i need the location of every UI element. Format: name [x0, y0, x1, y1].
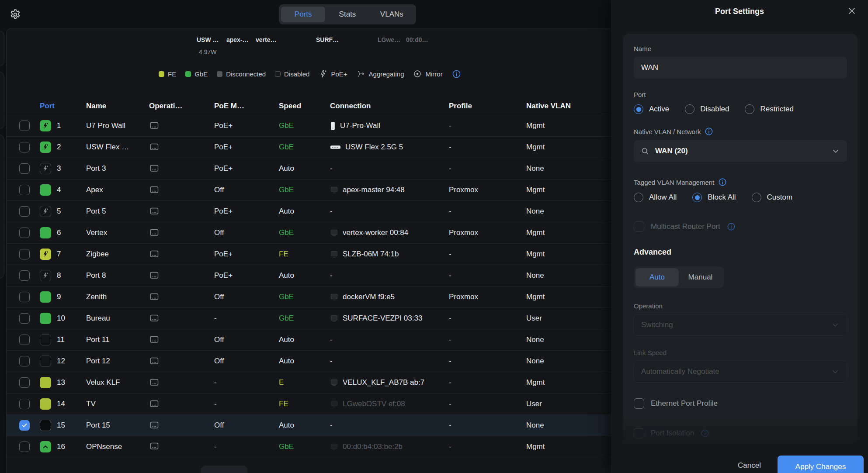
- port-number: 13: [54, 378, 86, 387]
- row-checkbox[interactable]: [19, 313, 30, 324]
- name-input[interactable]: WAN: [634, 57, 847, 79]
- port-state-radios: Active Disabled Restricted: [634, 104, 847, 114]
- poe-power-draw: 4.97W: [199, 48, 216, 55]
- poe-mode: -: [214, 378, 279, 387]
- port-status-icon-empty: [40, 356, 51, 367]
- legend-label: Disabled: [284, 70, 309, 78]
- switch-device-icon: [149, 121, 160, 131]
- column-header-name[interactable]: Name: [86, 102, 149, 110]
- radio-block-all[interactable]: Block All: [692, 193, 736, 202]
- row-checkbox[interactable]: [19, 356, 30, 366]
- poe-mode: PoE+: [214, 121, 279, 130]
- search-icon: [641, 147, 649, 155]
- operation-value: Switching: [641, 321, 825, 329]
- mode-manual[interactable]: Manual: [679, 268, 722, 287]
- port-speed: E: [279, 378, 330, 387]
- info-icon[interactable]: [452, 69, 461, 79]
- column-header-profile[interactable]: Profile: [449, 102, 526, 110]
- port-profile: Proxmox: [449, 186, 526, 194]
- port-number: 4: [54, 186, 86, 194]
- row-checkbox[interactable]: [19, 377, 30, 388]
- radio-restricted[interactable]: Restricted: [745, 104, 794, 114]
- connection-name: vertex-worker 00:84: [343, 228, 408, 237]
- radio-label: Allow All: [649, 193, 677, 202]
- row-checkbox[interactable]: [19, 420, 30, 431]
- port-settings-panel: Port Settings Name WAN Port Active Disab…: [611, 0, 868, 473]
- port-isolation-checkbox[interactable]: [634, 428, 644, 438]
- port-speed: GbE: [279, 143, 330, 152]
- info-icon[interactable]: [701, 429, 709, 438]
- cancel-button[interactable]: Cancel: [738, 461, 761, 470]
- client-device-icon: [330, 314, 338, 322]
- row-checkbox[interactable]: [19, 399, 30, 409]
- multicast-checkbox[interactable]: [634, 221, 644, 232]
- background-card-edge: [0, 72, 4, 129]
- row-checkbox[interactable]: [19, 249, 30, 259]
- legend-swatch: [185, 71, 191, 77]
- row-checkbox[interactable]: [19, 185, 30, 195]
- settings-gear-icon[interactable]: [9, 8, 22, 21]
- row-checkbox[interactable]: [19, 228, 30, 238]
- legend-swatch: [275, 71, 281, 77]
- info-icon[interactable]: [727, 222, 736, 231]
- native-vlan-select[interactable]: WAN (20): [634, 140, 847, 162]
- partial-bottom-button[interactable]: [201, 466, 247, 473]
- port-profile: -: [449, 400, 526, 408]
- info-icon[interactable]: [705, 127, 713, 136]
- poe-mode: -: [214, 400, 279, 408]
- port-profile: -: [449, 357, 526, 366]
- radio-active[interactable]: Active: [634, 104, 669, 114]
- switch-device-icon: [149, 357, 160, 366]
- row-checkbox[interactable]: [19, 142, 30, 152]
- column-header-speed[interactable]: Speed: [279, 102, 330, 110]
- radio-circle: [685, 104, 694, 114]
- tab-vlans[interactable]: VLANs: [370, 7, 414, 22]
- legend-item-poe+: PoE+: [319, 69, 347, 78]
- connection-name: 00:d0:b4:03:be:2b: [343, 442, 403, 451]
- port-name: Zigbee: [86, 250, 149, 259]
- radio-custom[interactable]: Custom: [752, 193, 793, 202]
- row-checkbox[interactable]: [19, 335, 30, 345]
- row-checkbox[interactable]: [19, 121, 30, 131]
- tab-ports[interactable]: Ports: [281, 7, 325, 22]
- port-state-label: Port: [634, 91, 847, 98]
- port-status-icon-green: [40, 291, 51, 303]
- port-status-icon-empty: [40, 334, 51, 345]
- connection-name: apex-master 94:48: [343, 186, 405, 194]
- poe-mode: Off: [214, 186, 279, 194]
- column-header-poe-mode[interactable]: PoE M…: [214, 102, 279, 110]
- row-checkbox[interactable]: [19, 206, 30, 217]
- port-number: 2: [54, 143, 86, 152]
- info-icon[interactable]: [718, 178, 727, 186]
- row-checkbox[interactable]: [19, 163, 30, 174]
- connection-name: dockerVM f9:e5: [343, 293, 395, 301]
- apply-changes-button[interactable]: Apply Changes: [778, 456, 864, 473]
- ethernet-profile-checkbox[interactable]: [634, 398, 644, 409]
- radio-disabled[interactable]: Disabled: [685, 104, 729, 114]
- radio-circle: [634, 193, 643, 202]
- column-header-operation[interactable]: Operati…: [149, 102, 214, 110]
- port-status-icon-fe: [40, 398, 51, 410]
- radio-allow-all[interactable]: Allow All: [634, 193, 677, 202]
- row-checkbox[interactable]: [19, 292, 30, 302]
- port-number: 11: [54, 335, 86, 344]
- port-profile: -: [449, 421, 526, 430]
- poe-mode: Off: [214, 228, 279, 237]
- tab-stats[interactable]: Stats: [325, 7, 369, 22]
- port-profile: -: [449, 314, 526, 323]
- port-number: 8: [54, 271, 86, 280]
- native-vlan-label: Native VLAN / Network: [634, 128, 701, 135]
- close-icon[interactable]: [847, 6, 857, 16]
- port-profile: -: [449, 335, 526, 344]
- column-header-connection[interactable]: Connection: [330, 102, 449, 110]
- switch-device-icon: [149, 335, 160, 345]
- column-header-port[interactable]: Port: [40, 102, 86, 110]
- row-checkbox[interactable]: [19, 442, 30, 452]
- name-label: Name: [634, 45, 847, 52]
- link-speed-select: Automatically Negotiate: [634, 361, 847, 383]
- poe-mode: Off: [214, 335, 279, 344]
- row-checkbox[interactable]: [19, 270, 30, 281]
- poe-mode: -: [214, 314, 279, 323]
- port-speed: Auto: [279, 357, 330, 366]
- mode-auto[interactable]: Auto: [635, 268, 679, 287]
